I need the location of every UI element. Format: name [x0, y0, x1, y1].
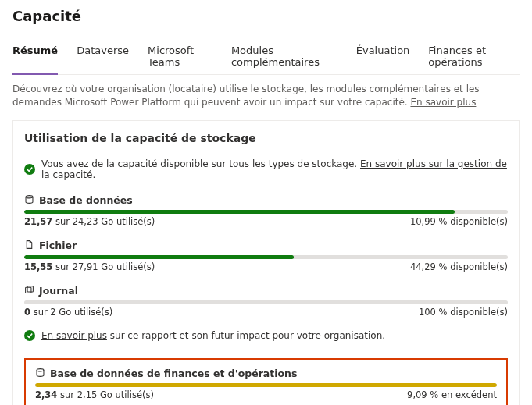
used-text: 21,57 sur 24,23 Go utilisé(s)	[24, 216, 155, 227]
tab-bar: RésuméDataverseMicrosoft TeamsModules co…	[12, 40, 520, 75]
file-icon	[24, 240, 34, 252]
status-line: Vous avez de la capacité disponible sur …	[24, 158, 508, 180]
check-circle-icon	[24, 164, 35, 175]
available-text: 100 % disponible(s)	[419, 307, 508, 318]
card-title: Utilisation de la capacité de stockage	[24, 132, 508, 144]
metric-label: Base de données	[39, 194, 133, 206]
tab-addons[interactable]: Modules complémentaires	[231, 40, 337, 74]
database-icon	[24, 194, 34, 207]
database-icon	[35, 368, 45, 380]
svg-point-0	[26, 195, 33, 197]
metric-label: Base de données de finances et d'opérati…	[50, 368, 297, 379]
available-text: 9,09 % en excédent	[407, 389, 497, 400]
progress-bar	[24, 210, 508, 214]
available-text: 10,99 % disponible(s)	[410, 216, 508, 227]
tab-teams[interactable]: Microsoft Teams	[148, 40, 212, 74]
metric-file: Fichier 15,55 sur 27,91 Go utilisé(s) 44…	[24, 240, 508, 272]
finops-highlight-box: Base de données de finances et d'opérati…	[24, 358, 508, 405]
metric-database: Base de données 21,57 sur 24,23 Go utili…	[24, 194, 508, 227]
metric-finops-database: Base de données de finances et d'opérati…	[35, 368, 497, 400]
progress-bar	[24, 255, 508, 259]
check-circle-icon	[24, 330, 35, 341]
intro-body: Découvrez où votre organisation (locatai…	[12, 83, 480, 108]
tab-eval[interactable]: Évaluation	[356, 40, 410, 74]
metric-journal: Journal 0 sur 2 Go utilisé(s) 100 % disp…	[24, 285, 508, 318]
storage-usage-card: Utilisation de la capacité de stockage V…	[12, 120, 520, 405]
metric-label: Journal	[39, 285, 78, 297]
status-text: Vous avez de la capacité disponible sur …	[41, 158, 360, 169]
journal-icon	[24, 285, 34, 297]
info-text-rest: sur ce rapport et son futur impact pour …	[107, 330, 385, 341]
progress-fill	[24, 210, 455, 214]
used-text: 2,34 sur 2,15 Go utilisé(s)	[35, 389, 154, 400]
progress-fill	[35, 383, 497, 387]
tab-resume[interactable]: Résumé	[12, 40, 58, 74]
info-line: En savoir plus sur ce rapport et son fut…	[24, 330, 508, 341]
used-text: 15,55 sur 27,91 Go utilisé(s)	[24, 261, 155, 272]
progress-fill	[24, 255, 294, 259]
svg-rect-2	[27, 286, 33, 291]
svg-point-3	[37, 368, 44, 371]
progress-bar	[35, 383, 497, 387]
info-learn-more-link[interactable]: En savoir plus	[41, 330, 107, 341]
used-text: 0 sur 2 Go utilisé(s)	[24, 307, 112, 318]
tab-finops[interactable]: Finances et opérations	[428, 40, 520, 74]
intro-learn-more-link[interactable]: En savoir plus	[410, 97, 476, 108]
tab-dataverse[interactable]: Dataverse	[77, 40, 129, 74]
page-title: Capacité	[12, 8, 520, 24]
svg-rect-1	[26, 287, 31, 293]
available-text: 44,29 % disponible(s)	[410, 261, 508, 272]
intro-text: Découvrez où votre organisation (locatai…	[12, 83, 520, 109]
metric-label: Fichier	[39, 240, 77, 251]
progress-bar	[24, 300, 508, 304]
